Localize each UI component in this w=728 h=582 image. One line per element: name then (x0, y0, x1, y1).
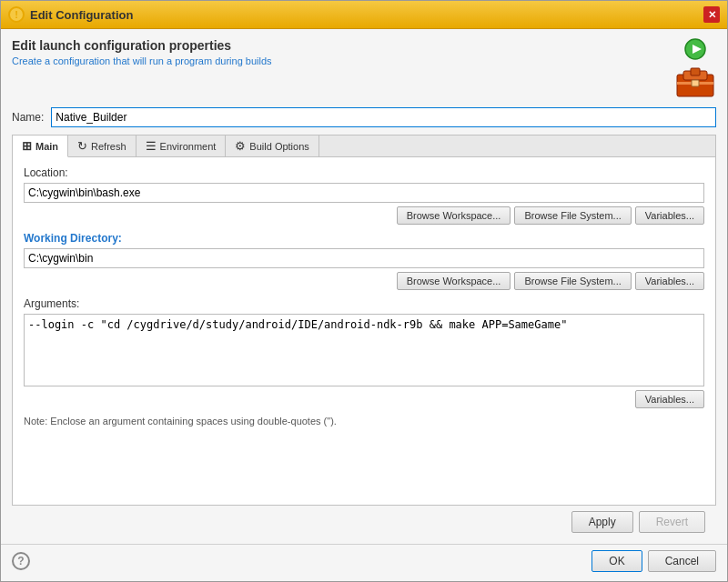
dialog-body: Edit launch configuration properties Cre… (1, 29, 727, 544)
tab-main[interactable]: ⊞ Main (13, 135, 68, 157)
svg-rect-4 (691, 68, 700, 75)
title-bar-left: ! Edit Configuration (8, 6, 133, 23)
header-section: Edit launch configuration properties Cre… (12, 38, 716, 98)
arguments-label: Arguments: (24, 297, 704, 310)
arguments-group: Arguments: --login -c "cd /cygdrive/d/st… (24, 297, 704, 426)
tabs-header: ⊞ Main ↻ Refresh ☰ Environment ⚙ Build O… (13, 135, 715, 157)
title-bar: ! Edit Configuration ✕ (1, 1, 727, 29)
svg-rect-6 (692, 80, 699, 86)
environment-tab-icon: ☰ (146, 139, 157, 153)
cancel-button[interactable]: Cancel (648, 550, 716, 572)
play-icon (684, 38, 706, 60)
warning-icon: ! (8, 6, 25, 23)
toolbox-icon (674, 62, 716, 98)
main-tab-icon: ⊞ (22, 139, 32, 153)
tab-environment-label: Environment (160, 141, 217, 152)
tabs-content: Location: Browse Workspace... Browse Fil… (13, 157, 715, 505)
location-group: Location: Browse Workspace... Browse Fil… (24, 166, 704, 225)
dialog-title: Edit Configuration (30, 8, 133, 22)
apply-revert-row: Apply Revert (12, 506, 716, 537)
name-input[interactable] (51, 107, 716, 127)
location-browse-workspace-button[interactable]: Browse Workspace... (397, 206, 511, 225)
arguments-variables-button[interactable]: Variables... (635, 390, 704, 408)
tab-environment[interactable]: ☰ Environment (136, 135, 227, 156)
tab-main-label: Main (35, 141, 58, 152)
close-button[interactable]: ✕ (703, 6, 720, 23)
location-input[interactable] (24, 183, 704, 203)
working-dir-btn-row: Browse Workspace... Browse File System..… (24, 272, 704, 290)
tabs-panel: ⊞ Main ↻ Refresh ☰ Environment ⚙ Build O… (12, 135, 716, 506)
arguments-btn-row: Variables... (24, 390, 704, 408)
header-icon-block (674, 38, 716, 98)
working-dir-variables-button[interactable]: Variables... (635, 272, 704, 290)
location-label: Location: (24, 166, 704, 179)
header-subtitle: Create a configuration that will run a p… (12, 55, 272, 66)
ok-button[interactable]: OK (592, 550, 642, 572)
footer-buttons: OK Cancel (592, 550, 716, 572)
location-browse-filesystem-button[interactable]: Browse File System... (514, 206, 631, 225)
working-dir-group: Working Directory: Browse Workspace... B… (24, 232, 704, 290)
working-dir-label: Working Directory: (24, 232, 704, 245)
working-dir-input[interactable] (24, 248, 704, 268)
working-dir-browse-filesystem-button[interactable]: Browse File System... (514, 272, 631, 290)
location-btn-row: Browse Workspace... Browse File System..… (24, 206, 704, 225)
dialog-footer: ? OK Cancel (1, 544, 727, 581)
help-icon[interactable]: ? (12, 552, 30, 570)
refresh-tab-icon: ↻ (77, 139, 87, 153)
working-dir-browse-workspace-button[interactable]: Browse Workspace... (397, 272, 511, 290)
tab-build-options-label: Build Options (249, 141, 308, 152)
apply-button[interactable]: Apply (571, 511, 633, 533)
note-text: Note: Enclose an argument containing spa… (24, 416, 704, 426)
build-options-tab-icon: ⚙ (235, 139, 246, 153)
header-title: Edit launch configuration properties (12, 38, 272, 53)
arguments-textarea[interactable]: --login -c "cd /cygdrive/d/study/android… (24, 314, 704, 386)
tab-refresh-label: Refresh (91, 141, 126, 152)
location-variables-button[interactable]: Variables... (635, 206, 704, 225)
tab-refresh[interactable]: ↻ Refresh (68, 135, 136, 156)
dialog: ! Edit Configuration ✕ Edit launch confi… (0, 0, 728, 582)
name-row: Name: (12, 107, 716, 127)
revert-button[interactable]: Revert (639, 511, 705, 533)
tab-build-options[interactable]: ⚙ Build Options (226, 135, 318, 156)
name-label: Name: (12, 111, 44, 124)
